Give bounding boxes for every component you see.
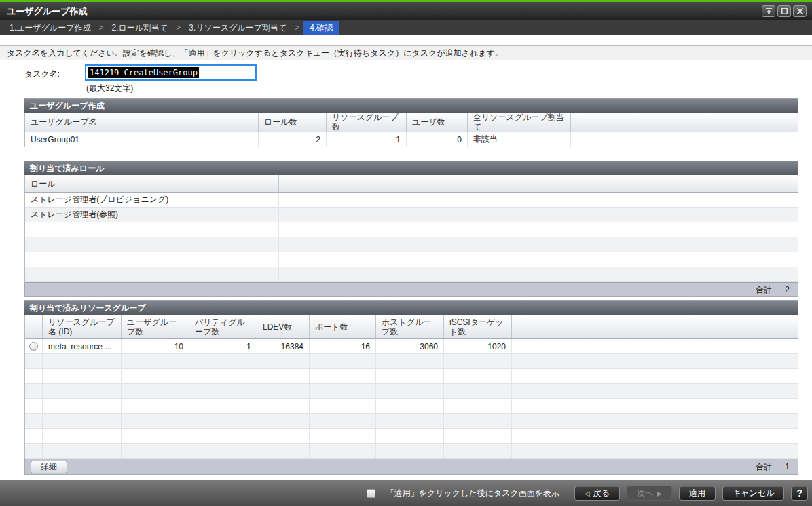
cell-resource-group-count: 1 <box>327 132 407 147</box>
breadcrumb-step-1[interactable]: 1.ユーザグループ作成 <box>5 21 94 35</box>
assigned-roles-total: 合計: 2 <box>24 282 798 297</box>
cell-role-name: ストレージ管理者(参照) <box>25 208 279 222</box>
breadcrumb-step-3[interactable]: 3.リソースグループ割当て <box>185 21 291 35</box>
minimize-icon <box>765 7 773 15</box>
show-task-screen-label: 「適用」をクリックした後にタスク画面を表示 <box>386 488 559 499</box>
column-header-radio <box>25 315 43 338</box>
column-header-filler <box>512 315 798 338</box>
total-label: 合計: <box>756 461 774 473</box>
cell-host-group-count: 3060 <box>376 339 444 353</box>
assigned-resource-groups-table: 割り当て済みリソースグループ リソースグループ名 (ID) ユーザグループ数 パ… <box>24 300 798 475</box>
cell-role-count: 2 <box>259 132 327 147</box>
breadcrumb-separator: > <box>94 23 107 33</box>
table-row[interactable]: ストレージ管理者(プロビジョニング) <box>25 193 798 208</box>
breadcrumb-separator: > <box>172 23 185 33</box>
assigned-resource-groups-body: meta_resource ... 10 1 16384 16 3060 102… <box>24 339 798 459</box>
row-radio-button[interactable] <box>29 342 38 351</box>
cell-parity-group-count: 1 <box>189 339 257 353</box>
back-arrow-icon: ◁ <box>585 490 590 497</box>
empty-row <box>25 444 798 459</box>
empty-row <box>25 384 798 399</box>
column-header: ロール数 <box>259 113 327 132</box>
breadcrumb-separator: > <box>291 23 303 33</box>
wizard-breadcrumb: 1.ユーザグループ作成 > 2.ロール割当て > 3.リソースグループ割当て >… <box>0 20 812 35</box>
column-header: ユーザグループ名 <box>25 113 259 132</box>
column-header: 全リソースグループ割当て <box>468 113 571 132</box>
instruction-text: タスク名を入力してください。設定を確認し、「適用」をクリックするとタスクキュー（… <box>0 45 812 60</box>
cell-all-rg-assignment: 非該当 <box>468 132 571 147</box>
cell-port-count: 16 <box>310 339 376 353</box>
user-group-table-title: ユーザグループ作成 <box>24 98 798 113</box>
detail-button[interactable]: 詳細 <box>31 461 67 473</box>
cell-role-name: ストレージ管理者(プロビジョニング) <box>25 193 279 207</box>
task-name-value: 141219-CreateUserGroup <box>88 67 199 78</box>
window-titlebar: ユーザグループ作成 <box>0 2 812 20</box>
empty-row <box>25 414 798 429</box>
breadcrumb-step-2[interactable]: 2.ロール割当て <box>107 21 172 35</box>
help-button[interactable]: ? <box>791 486 808 501</box>
column-header: ユーザグループ数 <box>122 315 189 338</box>
empty-row <box>25 222 798 237</box>
assigned-roles-body: ストレージ管理者(プロビジョニング) ストレージ管理者(参照) <box>24 193 798 282</box>
assigned-roles-header: ロール <box>24 175 798 193</box>
table-row[interactable]: UserGroup01 2 1 0 非該当 <box>25 132 798 147</box>
help-icon: ? <box>796 488 802 499</box>
assigned-roles-title: 割り当て済みロール <box>24 161 798 175</box>
assigned-resource-groups-title: 割り当て済みリソースグループ <box>24 300 798 315</box>
column-header-filler <box>571 113 798 132</box>
column-header: ユーザ数 <box>407 113 468 132</box>
user-group-table-header: ユーザグループ名 ロール数 リソースグループ数 ユーザ数 全リソースグループ割当… <box>24 113 798 132</box>
column-header-filler <box>279 175 798 192</box>
close-icon <box>796 7 804 15</box>
assigned-roles-table: 割り当て済みロール ロール ストレージ管理者(プロビジョニング) ストレージ管理… <box>24 161 798 297</box>
user-group-table-body: UserGroup01 2 1 0 非該当 <box>24 132 798 147</box>
task-name-hint: (最大32文字) <box>86 83 133 94</box>
cell-user-group-name: UserGroup01 <box>25 132 259 147</box>
column-header: ロール <box>25 175 279 192</box>
empty-row <box>25 237 798 252</box>
empty-row <box>25 369 798 384</box>
maximize-icon <box>781 7 788 15</box>
empty-row <box>25 399 798 414</box>
cell-resource-group-name: meta_resource ... <box>43 339 122 353</box>
total-label: 合計: <box>756 284 774 296</box>
empty-row <box>25 429 798 444</box>
window-controls <box>762 5 812 17</box>
window-title: ユーザグループ作成 <box>0 5 762 18</box>
cell-user-group-count: 10 <box>122 339 189 353</box>
back-button[interactable]: ◁ 戻る <box>574 486 620 501</box>
assigned-resource-groups-header: リソースグループ名 (ID) ユーザグループ数 パリティグループ数 LDEV数 … <box>24 315 798 339</box>
cell-user-count: 0 <box>407 132 468 147</box>
empty-row <box>25 252 798 267</box>
task-name-input[interactable]: 141219-CreateUserGroup <box>85 64 257 81</box>
minimize-button[interactable] <box>762 5 775 17</box>
breadcrumb-step-4-active: 4.確認 <box>303 21 339 35</box>
cell-iscsi-target-count: 1020 <box>444 339 512 353</box>
cancel-button[interactable]: キャンセル <box>722 486 784 501</box>
cell-ldev-count: 16384 <box>257 339 310 353</box>
column-header: ポート数 <box>310 315 376 338</box>
next-arrow-icon: ▶ <box>657 490 662 497</box>
empty-row <box>25 267 798 282</box>
column-header: パリティグループ数 <box>189 315 257 338</box>
next-button[interactable]: 次へ ▶ <box>627 486 672 501</box>
total-value: 1 <box>785 462 790 471</box>
empty-row <box>25 354 798 369</box>
action-bar: 「適用」をクリックした後にタスク画面を表示 ◁ 戻る 次へ ▶ 適用 キャンセル… <box>0 480 812 506</box>
column-header: iSCSIターゲット数 <box>444 315 512 338</box>
column-header: LDEV数 <box>257 315 310 338</box>
maximize-button[interactable] <box>777 5 791 17</box>
user-group-table: ユーザグループ作成 ユーザグループ名 ロール数 リソースグループ数 ユーザ数 全… <box>24 98 798 147</box>
column-header: リソースグループ名 (ID) <box>43 315 122 338</box>
close-button[interactable] <box>793 5 807 17</box>
apply-button[interactable]: 適用 <box>679 486 716 501</box>
column-header: ホストグループ数 <box>376 315 444 338</box>
task-name-label: タスク名: <box>24 69 60 80</box>
total-value: 2 <box>785 285 790 294</box>
column-header: リソースグループ数 <box>327 113 407 132</box>
table-row[interactable]: meta_resource ... 10 1 16384 16 3060 102… <box>25 339 798 354</box>
assigned-resource-groups-footer: 詳細 合計: 1 <box>24 459 798 475</box>
show-task-screen-checkbox[interactable] <box>367 489 375 498</box>
table-row[interactable]: ストレージ管理者(参照) <box>25 208 798 222</box>
